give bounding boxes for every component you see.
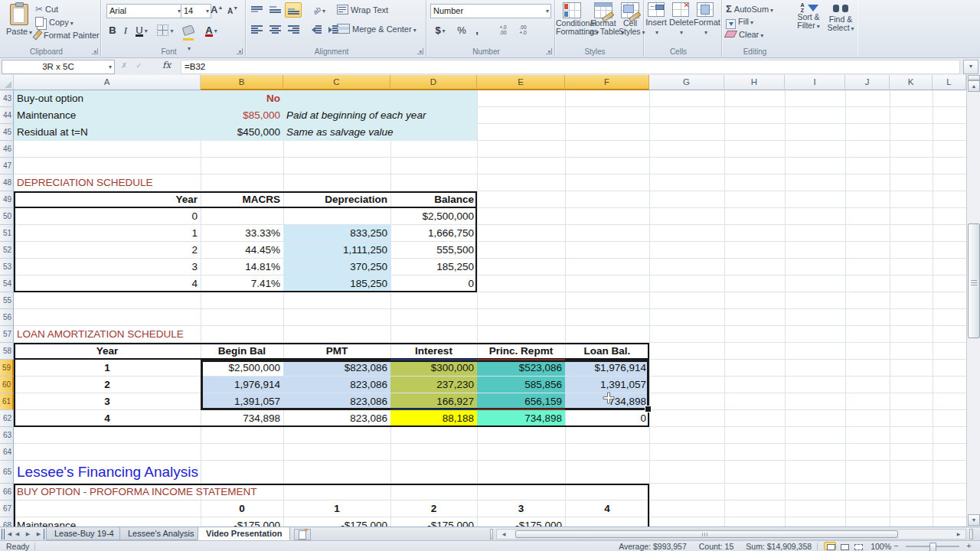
cell[interactable]: 44.45% <box>201 242 283 258</box>
cell[interactable]: $1,976,914 <box>565 360 649 376</box>
grow-font-button[interactable]: A▲ <box>211 4 223 15</box>
column-header-g[interactable]: G <box>649 75 724 90</box>
scroll-up-button[interactable]: ▲ <box>968 80 980 92</box>
insert-function-button[interactable]: fx <box>162 60 171 70</box>
percent-style-button[interactable]: % <box>455 23 469 37</box>
cell[interactable]: 734,898 <box>201 410 283 426</box>
font-size-combo[interactable]: 14▾ <box>181 4 211 18</box>
increase-decimal-button[interactable]: +.0.00 <box>495 21 511 38</box>
row-header[interactable]: 57 <box>0 326 14 343</box>
row-header-selected[interactable]: 59 <box>0 360 14 377</box>
column-header-f[interactable]: F <box>565 75 649 90</box>
cell[interactable]: -$175,000 <box>283 517 390 527</box>
sheet-tab-video-presentation[interactable]: Video Presentation <box>198 527 290 540</box>
cell[interactable]: $823,086 <box>283 360 390 376</box>
loan-header-interest[interactable]: Interest <box>390 343 477 359</box>
cell-styles-button[interactable]: CellStyles <box>619 0 642 37</box>
copy-button[interactable]: Copy <box>35 16 74 29</box>
decrease-decimal-button[interactable]: .00+.0 <box>514 21 531 38</box>
scroll-right-button[interactable]: ▶ <box>953 530 964 538</box>
loan-header-loanbal[interactable]: Loan Bal. <box>565 343 649 359</box>
font-dialog-launcher[interactable] <box>237 48 243 54</box>
tab-split-handle[interactable] <box>490 529 493 540</box>
cell-c44[interactable]: Paid at beginning of each year <box>283 107 482 123</box>
cell[interactable]: 823,086 <box>283 410 390 426</box>
cell[interactable]: 166,927 <box>390 393 477 409</box>
cell[interactable]: 1,391,057 <box>565 377 649 393</box>
cell[interactable]: 2 <box>14 242 201 258</box>
dep-header-macrs[interactable]: MACRS <box>201 191 283 207</box>
view-page-break-button[interactable] <box>851 542 864 550</box>
cell[interactable]: 1,111,250 <box>283 242 390 258</box>
zoom-out-button[interactable]: − <box>891 542 901 550</box>
comma-style-button[interactable]: , <box>472 23 482 37</box>
cell[interactable]: 2 <box>14 377 201 393</box>
row-header[interactable]: 65 <box>0 461 14 484</box>
column-header-h[interactable]: H <box>724 75 785 90</box>
cell-b43[interactable]: No <box>201 90 283 106</box>
row-header[interactable]: 43 <box>0 90 14 107</box>
last-sheet-button[interactable]: ▶ <box>34 529 47 540</box>
align-right-button[interactable] <box>285 21 302 37</box>
row-header[interactable]: 64 <box>0 444 14 461</box>
select-all-corner[interactable] <box>0 75 14 90</box>
formula-input[interactable]: =B32 <box>181 60 960 74</box>
cell[interactable]: 4 <box>565 500 649 517</box>
row-header[interactable]: 44 <box>0 107 14 124</box>
cell[interactable]: $300,000 <box>390 360 477 376</box>
cell[interactable]: 4 <box>14 276 201 292</box>
cell-c45[interactable]: Same as salvage value <box>283 124 482 140</box>
row-header[interactable]: 62 <box>0 410 14 427</box>
sheet-tab-lessees-analysis[interactable]: Lessee's Analysis <box>119 527 202 540</box>
scroll-left-button[interactable]: ◀ <box>498 530 509 538</box>
column-header-k[interactable]: K <box>890 75 933 90</box>
loan-title[interactable]: LOAN AMORTIZATION SCHEDULE <box>14 326 201 342</box>
cell[interactable]: 1,976,914 <box>201 377 283 393</box>
format-as-table-button[interactable]: Formatas Table <box>590 0 617 37</box>
row-header[interactable]: 51 <box>0 225 14 242</box>
row-header[interactable]: 49 <box>0 191 14 208</box>
sheet-tab-lease-buy[interactable]: Lease-Buy 19-4 <box>46 527 122 540</box>
sort-filter-button[interactable]: AZ Sort &Filter <box>793 0 824 31</box>
wrap-text-button[interactable]: Wrap Text <box>337 5 388 15</box>
cell[interactable]: 88,188 <box>390 410 477 426</box>
row-header[interactable]: 56 <box>0 309 14 326</box>
zoom-slider[interactable] <box>906 546 959 547</box>
cell[interactable]: 1 <box>14 360 201 376</box>
column-header-j[interactable]: J <box>845 75 890 90</box>
align-left-button[interactable] <box>248 21 265 37</box>
column-header-l[interactable]: L <box>933 75 966 90</box>
row-header[interactable]: 52 <box>0 242 14 259</box>
cell[interactable]: 0 <box>14 208 201 224</box>
insert-worksheet-button[interactable] <box>294 529 311 540</box>
horizontal-scroll-thumb[interactable] <box>515 530 898 538</box>
align-bottom-button[interactable] <box>285 2 302 18</box>
cell-a44[interactable]: Maintenance <box>14 107 201 123</box>
fill-button[interactable]: Fill <box>726 15 753 28</box>
bold-button[interactable]: B <box>106 23 119 37</box>
row-header[interactable]: 45 <box>0 124 14 141</box>
autosum-button[interactable]: ΣAutoSum <box>726 2 773 15</box>
expand-formula-bar-button[interactable]: ▾ <box>963 60 978 74</box>
vertical-scroll-thumb[interactable] <box>968 223 980 338</box>
column-header-c[interactable]: C <box>283 75 390 90</box>
decrease-indent-button[interactable] <box>308 21 325 37</box>
cell[interactable]: -$175,000 <box>201 517 283 527</box>
row-header[interactable]: 54 <box>0 276 14 292</box>
loan-header-princ[interactable]: Princ. Repmt <box>477 343 565 359</box>
alignment-dialog-launcher[interactable] <box>417 48 423 54</box>
cell[interactable]: 185,250 <box>283 276 390 292</box>
row-header[interactable]: 53 <box>0 259 14 276</box>
zoom-in-button[interactable]: + <box>964 542 974 550</box>
insert-cells-button[interactable]: Insert <box>645 0 668 36</box>
fill-color-button[interactable] <box>178 23 198 37</box>
cell[interactable]: 3 <box>477 500 565 517</box>
row-header-selected[interactable]: 60 <box>0 377 14 393</box>
cell[interactable]: 833,250 <box>283 225 390 241</box>
align-center-button[interactable] <box>266 21 283 37</box>
cell[interactable]: 555,500 <box>390 242 477 258</box>
cell[interactable]: Maintenance <box>14 517 201 527</box>
clear-button[interactable]: Clear <box>726 28 763 41</box>
loan-header-year[interactable]: Year <box>14 343 201 359</box>
column-header-d[interactable]: D <box>390 75 477 90</box>
